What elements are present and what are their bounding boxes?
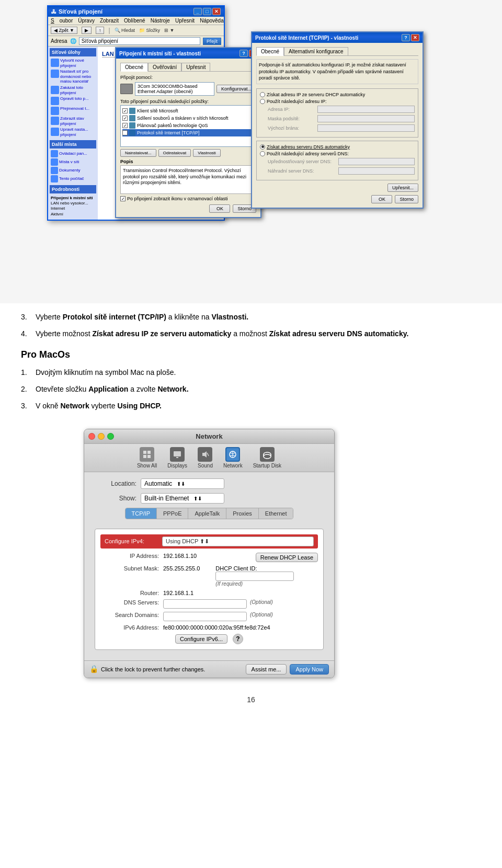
lock-icon[interactable]: 🔒: [89, 665, 98, 674]
sidebar-item-control-panel[interactable]: Ovládací pan...: [50, 150, 96, 158]
tcp-tab-alt[interactable]: Alternativní konfigurace: [284, 47, 348, 55]
mac-tab-appletalk[interactable]: AppleTalk: [188, 508, 226, 519]
assist-me-button[interactable]: Assist me...: [246, 664, 287, 675]
renew-dhcp-button[interactable]: Renew DHCP Lease: [256, 553, 318, 562]
maximize-button[interactable]: □: [203, 8, 211, 15]
mac-body: Location: Automatic ⬆⬇ Show: Built-in Et…: [84, 472, 334, 660]
components-label: Toto připojení používá následující polož…: [120, 99, 256, 104]
properties-button[interactable]: Vlastnosti: [193, 149, 221, 157]
radio-auto-dns-btn[interactable]: [260, 144, 265, 150]
show-row: Show: Built-in Ethernet ⬆⬇: [95, 493, 324, 504]
uninstall-button[interactable]: Odinstalovat: [158, 149, 191, 157]
tab-overovani[interactable]: Ověřování: [148, 63, 181, 71]
menu-upresniit[interactable]: Upřesnit: [175, 18, 195, 24]
tcpip-content: Configure IPv4: Using DHCP ⬆⬇ IP Address…: [95, 529, 324, 650]
address-field[interactable]: Síťová připojení: [79, 37, 200, 45]
tcp-help[interactable]: ?: [402, 34, 410, 41]
sidebar-item-repair[interactable]: Opravit toto p...: [50, 96, 96, 106]
component-tcpip[interactable]: ✓ Protokol sítě Internet [TCP/IP]: [122, 129, 254, 136]
location-arrow-icon: ⬆⬇: [177, 481, 185, 487]
mac-tab-pppoe[interactable]: PPPoE: [157, 508, 188, 519]
xp-window-controls: _ □ ✕: [193, 8, 221, 15]
close-button[interactable]: ✕: [212, 8, 221, 15]
step4-bold1: Získat adresu IP ze serveru automaticky: [92, 329, 231, 338]
menu-oblibene[interactable]: Oblíbené: [124, 18, 145, 24]
search-toolbar-btn[interactable]: 🔍 Hledat: [115, 28, 135, 33]
mac-tab-tcpip[interactable]: TCP/IP: [126, 508, 157, 519]
mac-tab-proxies[interactable]: Proxies: [226, 508, 259, 519]
tab-upresniit[interactable]: Upřesnit: [181, 63, 210, 71]
tab-obecne[interactable]: Obecné: [120, 63, 148, 72]
minimize-button[interactable]: _: [193, 8, 202, 15]
radio-manual-ip-btn[interactable]: [260, 99, 265, 104]
show-icon-checkbox[interactable]: ✓: [120, 196, 126, 201]
pripojeni-ok[interactable]: OK: [209, 204, 230, 213]
help-button[interactable]: ?: [233, 634, 243, 644]
radio-dhcp-ip-btn[interactable]: [260, 92, 265, 97]
checkbox-client[interactable]: ✓: [122, 108, 128, 113]
tcp-tabs: Obecné Alternativní konfigurace: [256, 47, 418, 56]
sidebar-item-edit[interactable]: Upravit nasta... připojení: [50, 127, 96, 138]
configure-select[interactable]: Using DHCP ⬆⬇: [162, 536, 314, 546]
tcp-titlebar: Protokol sítě Internet (TCP/IP) - vlastn…: [252, 32, 423, 43]
step-mac1-line: 1. Dvojtým kliknutím na symbol Mac na pl…: [21, 367, 481, 379]
tcp-close[interactable]: ✕: [411, 34, 419, 41]
sidebar-item-my-computer[interactable]: Tento počítač: [50, 175, 96, 183]
sidebar-item-create[interactable]: Vytvořit nové připojení: [50, 58, 96, 68]
xp-menubar: Soubor Úpravy Zobrazit Oblíbené Nástroje…: [48, 17, 224, 25]
router-label: Router:: [100, 590, 163, 596]
menu-zobrazit[interactable]: Zobrazit: [100, 18, 119, 24]
location-select[interactable]: Automatic ⬆⬇: [141, 478, 224, 489]
tcp-cancel[interactable]: Storno: [395, 195, 418, 203]
go-button[interactable]: Přejít: [203, 38, 221, 45]
sidebar-item-network-places[interactable]: Místa v síti: [50, 158, 96, 166]
mac-tab-ethernet[interactable]: Ethernet: [259, 508, 293, 519]
checkbox-qos[interactable]: ✓: [122, 123, 128, 128]
mac-titlebar: Network: [84, 429, 334, 444]
sidebar-other-header: Další místa: [50, 140, 96, 149]
toolbar-startup-disk[interactable]: Startup Disk: [253, 447, 281, 469]
dns-input[interactable]: [163, 599, 247, 609]
search-input[interactable]: [163, 612, 247, 621]
menu-nastroje[interactable]: Nástroje: [151, 18, 170, 24]
advanced-button[interactable]: Upřesnit...: [387, 184, 418, 192]
menu-upravy[interactable]: Úpravy: [78, 18, 95, 24]
toolbar-network[interactable]: Network: [223, 447, 243, 469]
sidebar-item-view-status[interactable]: Zobrazit stav připojení: [50, 116, 96, 127]
mac-minimize[interactable]: [98, 433, 105, 440]
sidebar-item-disable[interactable]: Zakázat toto připojení: [50, 85, 96, 96]
back-button[interactable]: ◀ Zpět ▼: [51, 27, 77, 34]
view-btn[interactable]: ⊞ ▼: [164, 28, 174, 33]
folders-btn[interactable]: 📁 Složky: [139, 28, 160, 33]
configure-ipv6-button[interactable]: Configure IPv6...: [175, 634, 227, 644]
alternate-dns-row: Náhradní server DNS:: [268, 167, 415, 175]
tcp-ok[interactable]: OK: [371, 195, 392, 203]
sidebar-item-setup[interactable]: Nastavit síť pro domácnost nebo malou ka…: [50, 68, 96, 85]
description-text: Transmission Control Protocol/Internet P…: [120, 165, 256, 194]
checkbox-tcpip[interactable]: ✓: [122, 130, 128, 135]
up-button[interactable]: ↑: [96, 27, 105, 34]
menu-soubor[interactable]: S: [51, 18, 54, 24]
adapter-row: 3Com 3C900COMBO-based Ethernet Adapter (…: [120, 82, 256, 96]
toolbar-displays[interactable]: Displays: [167, 447, 187, 469]
dhcp-client-input[interactable]: [215, 572, 294, 581]
show-select[interactable]: Built-in Ethernet ⬆⬇: [141, 493, 224, 504]
forward-button[interactable]: ▶: [82, 27, 92, 34]
tcp-tab-obecne[interactable]: Obecné: [256, 47, 284, 56]
search-note: (Optional): [250, 612, 273, 618]
pripojeni-min[interactable]: ?: [239, 50, 248, 57]
mac-maximize[interactable]: [107, 433, 114, 440]
toolbar-show-all[interactable]: Show All: [137, 447, 157, 469]
install-button[interactable]: Nainstalovat...: [120, 149, 156, 157]
description-header: Popis: [120, 159, 256, 164]
sidebar-item-documents[interactable]: Dokumenty: [50, 166, 96, 175]
location-value: Automatic: [144, 480, 172, 487]
mac-close[interactable]: [88, 433, 95, 440]
sidebar-item-rename[interactable]: Přejmenovat t...: [50, 106, 96, 116]
toolbar-sound[interactable]: Sound: [198, 447, 213, 469]
apply-now-button[interactable]: Apply Now: [290, 664, 329, 675]
configure-button[interactable]: Konfigurovat...: [216, 85, 256, 93]
menu-napoveda[interactable]: Nápověda: [200, 18, 224, 24]
checkbox-sharing[interactable]: ✓: [122, 116, 128, 121]
radio-manual-dns-btn[interactable]: [260, 151, 265, 156]
